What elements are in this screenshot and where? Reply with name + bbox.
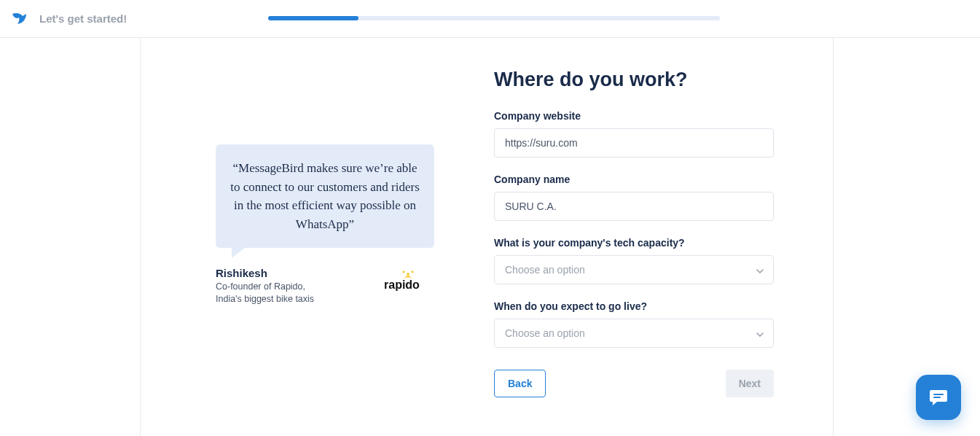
testimonial-author: Rishikesh Co-founder of Rapido, India's … (216, 267, 434, 305)
form-actions: Back Next (494, 370, 774, 397)
divider-left (140, 38, 141, 436)
tech-capacity-label: What is your company's tech capacity? (494, 237, 774, 249)
go-live-label: When do you expect to go live? (494, 300, 774, 312)
bird-icon (10, 9, 29, 28)
svg-rect-3 (933, 394, 944, 395)
bubble-tail (232, 248, 245, 258)
go-live-placeholder: Choose an option (505, 327, 585, 339)
rapido-logo-icon: rapido (382, 267, 434, 292)
rapido-wordmark: rapido (384, 279, 420, 291)
progress-bar (268, 16, 720, 20)
company-name-label: Company name (494, 174, 774, 185)
svg-point-2 (412, 271, 414, 273)
chat-icon (928, 386, 949, 408)
author-role: Co-founder of Rapido, India's biggest bi… (216, 281, 314, 305)
company-website-label: Company website (494, 110, 774, 122)
field-go-live: When do you expect to go live? Choose an… (494, 300, 774, 348)
svg-point-0 (407, 273, 409, 276)
author-name: Rishikesh (216, 267, 314, 279)
tech-capacity-placeholder: Choose an option (505, 264, 585, 276)
testimonial: “MessageBird makes sure we’re able to co… (216, 144, 434, 305)
chat-widget-button[interactable] (916, 375, 961, 420)
author-brand-logo: rapido (382, 267, 434, 292)
svg-point-1 (403, 271, 405, 273)
field-tech-capacity: What is your company's tech capacity? Ch… (494, 237, 774, 284)
svg-rect-4 (933, 397, 941, 398)
company-name-input[interactable] (494, 192, 774, 221)
main-content: “MessageBird makes sure we’re able to co… (0, 38, 980, 436)
form-heading: Where do you work? (494, 69, 774, 91)
header-tagline: Let's get started! (39, 12, 127, 25)
back-button[interactable]: Back (494, 370, 546, 397)
go-live-select[interactable]: Choose an option (494, 319, 774, 348)
top-bar: Let's get started! (0, 0, 980, 38)
company-website-input[interactable] (494, 128, 774, 157)
field-company-website: Company website (494, 110, 774, 157)
author-info: Rishikesh Co-founder of Rapido, India's … (216, 267, 314, 305)
field-company-name: Company name (494, 174, 774, 221)
progress-fill (268, 16, 358, 20)
onboarding-form: Where do you work? Company website Compa… (494, 69, 774, 397)
brand-logo (10, 9, 29, 28)
testimonial-bubble: “MessageBird makes sure we’re able to co… (216, 144, 434, 248)
divider-right (833, 38, 834, 436)
next-button[interactable]: Next (726, 370, 774, 397)
testimonial-quote: “MessageBird makes sure we’re able to co… (230, 161, 420, 231)
tech-capacity-select[interactable]: Choose an option (494, 255, 774, 284)
